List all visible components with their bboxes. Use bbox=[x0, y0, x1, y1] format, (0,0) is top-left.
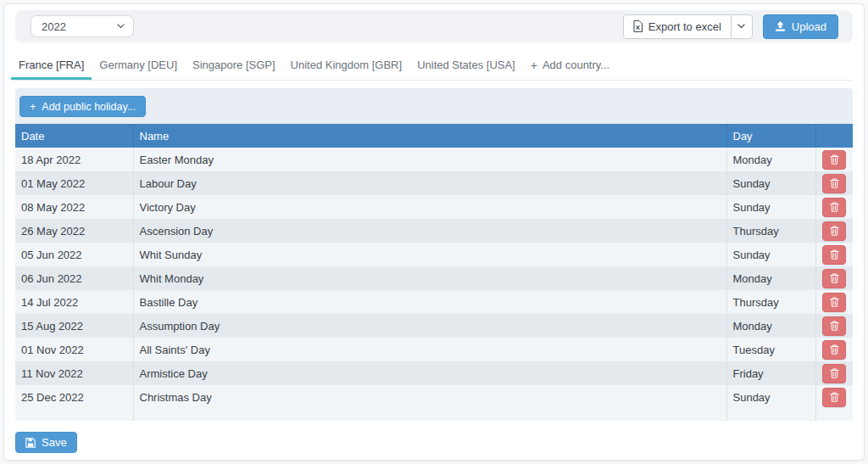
holiday-actions-cell bbox=[815, 266, 853, 290]
toolbar-actions: Export to excel Upload bbox=[623, 14, 838, 39]
holiday-date-cell: 05 Jun 2022 bbox=[15, 243, 133, 266]
holiday-actions-cell bbox=[815, 171, 853, 195]
holiday-actions-cell bbox=[815, 338, 853, 361]
holiday-date-cell: 15 Aug 2022 bbox=[15, 314, 133, 338]
holiday-row: 15 Aug 2022 Assumption Day Monday bbox=[15, 314, 853, 338]
column-header-name: Name bbox=[133, 124, 726, 148]
top-toolbar: 2022 Export to excel bbox=[15, 10, 853, 42]
trash-icon bbox=[830, 392, 839, 402]
trash-icon bbox=[830, 273, 839, 283]
trash-icon bbox=[830, 344, 839, 355]
delete-holiday-button[interactable] bbox=[822, 364, 846, 383]
clipped-next-row bbox=[15, 409, 853, 421]
holiday-actions-cell bbox=[815, 314, 853, 338]
save-label: Save bbox=[42, 436, 67, 449]
holiday-row: 18 Apr 2022 Easter Monday Monday bbox=[15, 148, 853, 171]
country-tab[interactable]: United Kingdom [GBR] bbox=[283, 53, 410, 80]
delete-holiday-button[interactable] bbox=[822, 174, 846, 193]
holiday-name-cell: Whit Sunday bbox=[133, 243, 726, 266]
holiday-day-cell: Friday bbox=[726, 361, 815, 385]
holiday-date-cell: 01 May 2022 bbox=[15, 171, 133, 195]
holiday-manager-card: 2022 Export to excel bbox=[3, 3, 865, 461]
country-tab-label: Germany [DEU] bbox=[99, 59, 177, 71]
country-tab-label: Singapore [SGP] bbox=[192, 59, 275, 71]
holiday-row: 25 Dec 2022 Christmas Day Sunday bbox=[15, 385, 853, 409]
holiday-date-cell: 08 May 2022 bbox=[15, 195, 133, 219]
column-header-actions bbox=[815, 124, 853, 148]
holiday-actions-cell bbox=[815, 148, 853, 171]
country-tab[interactable]: United States [USA] bbox=[409, 53, 523, 80]
add-public-holiday-button[interactable]: + Add public holiday... bbox=[19, 96, 146, 117]
trash-icon bbox=[830, 368, 839, 378]
delete-holiday-button[interactable] bbox=[822, 221, 846, 241]
holiday-row: 11 Nov 2022 Armistice Day Friday bbox=[15, 361, 853, 385]
export-options-caret-button[interactable] bbox=[731, 14, 753, 39]
holiday-name-cell: Easter Monday bbox=[133, 148, 726, 171]
holiday-date-cell: 18 Apr 2022 bbox=[15, 148, 133, 171]
country-tab[interactable]: France [FRA] bbox=[11, 53, 92, 80]
holiday-row: 05 Jun 2022 Whit Sunday Sunday bbox=[15, 243, 853, 266]
country-tabs: France [FRA] Germany [DEU] Singapore [SG… bbox=[11, 53, 852, 81]
save-button[interactable]: Save bbox=[15, 432, 77, 453]
trash-icon bbox=[830, 297, 839, 307]
export-to-excel-button[interactable]: Export to excel bbox=[623, 14, 732, 39]
table-header-row: Date Name Day bbox=[15, 124, 853, 148]
holiday-date-cell: 14 Jul 2022 bbox=[15, 290, 133, 314]
holiday-name-cell: Whit Monday bbox=[133, 266, 726, 290]
holiday-row: 06 Jun 2022 Whit Monday Monday bbox=[15, 266, 853, 290]
holiday-name-cell: Armistice Day bbox=[133, 361, 726, 385]
save-floppy-icon bbox=[25, 438, 36, 448]
holiday-day-cell: Thursday bbox=[726, 219, 815, 243]
delete-holiday-button[interactable] bbox=[822, 388, 846, 407]
holiday-day-cell: Thursday bbox=[726, 290, 815, 314]
holiday-day-cell: Sunday bbox=[726, 171, 815, 195]
holiday-actions-cell bbox=[815, 219, 853, 243]
country-tab[interactable]: Germany [DEU] bbox=[92, 53, 185, 80]
tab-add-country[interactable]: + Add country... bbox=[523, 53, 617, 80]
delete-holiday-button[interactable] bbox=[822, 340, 846, 360]
export-to-excel-label: Export to excel bbox=[648, 20, 721, 33]
holiday-day-cell: Monday bbox=[726, 148, 815, 171]
export-button-group: Export to excel bbox=[623, 14, 753, 39]
column-header-date: Date bbox=[15, 124, 133, 148]
upload-icon bbox=[775, 21, 786, 31]
delete-holiday-button[interactable] bbox=[822, 198, 846, 217]
chevron-down-icon bbox=[737, 24, 745, 29]
holiday-date-cell: 01 Nov 2022 bbox=[15, 338, 133, 361]
holiday-date-cell: 06 Jun 2022 bbox=[15, 266, 133, 290]
add-public-holiday-label: Add public holiday... bbox=[42, 101, 136, 113]
holiday-day-cell: Sunday bbox=[726, 195, 815, 219]
trash-icon bbox=[830, 178, 839, 188]
delete-holiday-button[interactable] bbox=[822, 245, 846, 265]
trash-icon bbox=[830, 321, 839, 331]
holiday-day-cell: Sunday bbox=[726, 385, 815, 409]
holiday-name-cell: All Saints' Day bbox=[133, 338, 726, 361]
holiday-actions-cell bbox=[815, 361, 853, 385]
holiday-name-cell: Bastille Day bbox=[133, 290, 726, 314]
delete-holiday-button[interactable] bbox=[822, 150, 846, 170]
upload-label: Upload bbox=[792, 20, 826, 33]
delete-holiday-button[interactable] bbox=[822, 293, 846, 312]
trash-icon bbox=[830, 249, 839, 260]
holiday-actions-cell bbox=[815, 195, 853, 219]
holiday-name-cell: Assumption Day bbox=[133, 314, 726, 338]
country-tab[interactable]: Singapore [SGP] bbox=[185, 53, 283, 80]
holiday-name-cell: Victory Day bbox=[133, 195, 726, 219]
holiday-actions-cell bbox=[815, 243, 853, 266]
holiday-name-cell: Christmas Day bbox=[133, 385, 726, 409]
delete-holiday-button[interactable] bbox=[822, 269, 846, 288]
holiday-day-cell: Sunday bbox=[726, 243, 815, 266]
holiday-table-body: 18 Apr 2022 Easter Monday Monday 01 May … bbox=[15, 148, 853, 409]
upload-button[interactable]: Upload bbox=[763, 14, 838, 39]
file-excel-icon bbox=[633, 20, 643, 32]
year-select[interactable]: 2022 bbox=[31, 15, 134, 37]
trash-icon bbox=[830, 226, 839, 236]
column-header-day: Day bbox=[726, 124, 815, 148]
holiday-row: 01 May 2022 Labour Day Sunday bbox=[15, 171, 853, 195]
holiday-name-cell: Ascension Day bbox=[133, 219, 726, 243]
holiday-actions-cell bbox=[815, 385, 853, 409]
holidays-panel: + Add public holiday... Date Name Day 18… bbox=[15, 88, 853, 421]
holiday-row: 26 May 2022 Ascension Day Thursday bbox=[15, 219, 853, 243]
delete-holiday-button[interactable] bbox=[822, 316, 846, 336]
holiday-date-cell: 25 Dec 2022 bbox=[15, 385, 133, 409]
